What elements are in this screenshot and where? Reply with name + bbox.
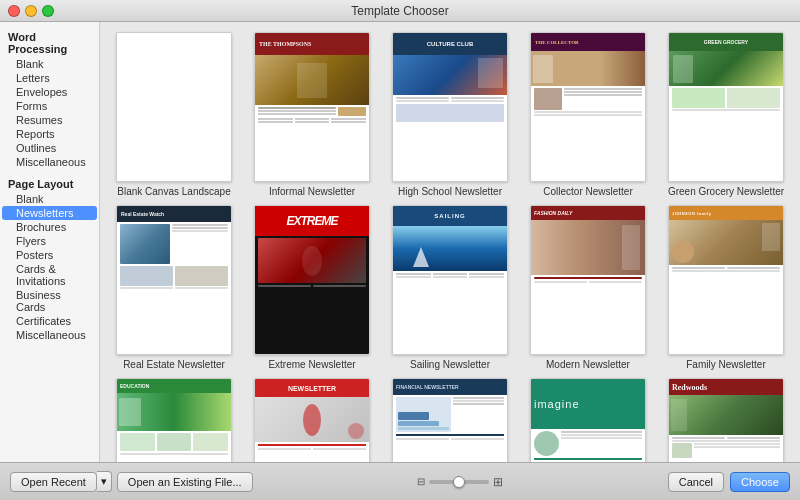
template-item-grocery[interactable]: GREEN GROCERY [660, 32, 792, 197]
bottom-left-buttons: Open Recent ▾ Open an Existing File... [10, 471, 253, 492]
template-thumb-family[interactable]: JOHNSON family [668, 205, 784, 355]
sidebar-item-business-cards[interactable]: Business Cards [2, 288, 97, 314]
template-thumb-blank[interactable] [116, 32, 232, 182]
close-button[interactable] [8, 5, 20, 17]
choose-button[interactable]: Choose [730, 472, 790, 492]
template-thumb-club[interactable]: NEWSLETTER [254, 378, 370, 462]
sidebar-item-brochures[interactable]: Brochures [2, 220, 97, 234]
slider-thumb[interactable] [453, 476, 465, 488]
template-thumb-sailing[interactable]: SAILING [392, 205, 508, 355]
template-label-sailing: Sailing Newsletter [410, 359, 490, 370]
sidebar-item-outlines[interactable]: Outlines [2, 141, 97, 155]
template-label-grocery: Green Grocery Newsletter [668, 186, 784, 197]
sidebar-item-cards[interactable]: Cards & Invitations [2, 262, 97, 288]
title-bar: Template Chooser [0, 0, 800, 22]
template-item-realestate[interactable]: Real Estate Watch [108, 205, 240, 370]
sidebar-item-newsletters[interactable]: Newsletters [2, 206, 97, 220]
size-slider[interactable] [429, 480, 489, 484]
template-label-blank: Blank Canvas Landscape [117, 186, 230, 197]
sidebar-item-flyers[interactable]: Flyers [2, 234, 97, 248]
template-item-sailing[interactable]: SAILING Sai [384, 205, 516, 370]
zoom-slider: ⊟ ⊞ [417, 475, 503, 489]
template-item-design[interactable]: imagine [522, 378, 654, 462]
window-title: Template Chooser [351, 4, 448, 18]
template-item-informal[interactable]: THE THOMPSONS [246, 32, 378, 197]
sidebar-item-reports[interactable]: Reports [2, 127, 97, 141]
template-item-nonprofit[interactable]: Redwoods [660, 378, 792, 462]
sidebar-section-page-layout: Page Layout [0, 175, 99, 192]
template-item-collector[interactable]: THE COLLECTOR [522, 32, 654, 197]
maximize-button[interactable] [42, 5, 54, 17]
template-label-family: Family Newsletter [686, 359, 765, 370]
template-label-collector: Collector Newsletter [543, 186, 632, 197]
cancel-button[interactable]: Cancel [668, 472, 724, 492]
template-item-family[interactable]: JOHNSON family [660, 205, 792, 370]
sidebar-item-blank-pl[interactable]: Blank [2, 192, 97, 206]
template-thumb-realestate[interactable]: Real Estate Watch [116, 205, 232, 355]
window-controls[interactable] [8, 5, 54, 17]
template-item-modern[interactable]: FASHION DAILY [522, 205, 654, 370]
minimize-button[interactable] [25, 5, 37, 17]
sidebar-item-letters[interactable]: Letters [2, 71, 97, 85]
sidebar-item-resumes[interactable]: Resumes [2, 113, 97, 127]
sidebar-item-envelopes[interactable]: Envelopes [2, 85, 97, 99]
template-item-education[interactable]: EDUCATION [108, 378, 240, 462]
template-item-highschool[interactable]: CULTURE CLUB [384, 32, 516, 197]
sidebar-item-misc-wp[interactable]: Miscellaneous [2, 155, 97, 169]
template-thumb-grocery[interactable]: GREEN GROCERY [668, 32, 784, 182]
sidebar-item-misc-pl[interactable]: Miscellaneous [2, 328, 97, 342]
template-thumb-financial[interactable]: FINANCIAL NEWSLETTER [392, 378, 508, 462]
template-item-extreme[interactable]: EXTREME Extreme Newsle [246, 205, 378, 370]
bottom-bar: Open Recent ▾ Open an Existing File... ⊟… [0, 462, 800, 500]
open-recent-dropdown[interactable]: ▾ [97, 471, 112, 492]
open-existing-button[interactable]: Open an Existing File... [117, 472, 253, 492]
template-item-financial[interactable]: FINANCIAL NEWSLETTER [384, 378, 516, 462]
sidebar-item-blank-wp[interactable]: Blank [2, 57, 97, 71]
template-thumb-design[interactable]: imagine [530, 378, 646, 462]
template-thumb-informal[interactable]: THE THOMPSONS [254, 32, 370, 182]
template-thumb-extreme[interactable]: EXTREME [254, 205, 370, 355]
template-thumb-education[interactable]: EDUCATION [116, 378, 232, 462]
template-thumb-collector[interactable]: THE COLLECTOR [530, 32, 646, 182]
sidebar-item-certificates[interactable]: Certificates [2, 314, 97, 328]
template-thumb-nonprofit[interactable]: Redwoods [668, 378, 784, 462]
template-grid: Blank Canvas Landscape THE THOMPSONS [108, 32, 792, 462]
template-label-informal: Informal Newsletter [269, 186, 355, 197]
sidebar-item-forms[interactable]: Forms [2, 99, 97, 113]
template-label-realestate: Real Estate Newsletter [123, 359, 225, 370]
sidebar-section-word-processing: Word Processing [0, 28, 99, 57]
zoom-small-icon: ⊟ [417, 476, 425, 487]
content-area: Blank Canvas Landscape THE THOMPSONS [100, 22, 800, 462]
template-item-club[interactable]: NEWSLETTER [246, 378, 378, 462]
template-thumb-highschool[interactable]: CULTURE CLUB [392, 32, 508, 182]
template-label-extreme: Extreme Newsletter [268, 359, 355, 370]
open-recent-button[interactable]: Open Recent [10, 472, 97, 492]
main-container: Word Processing Blank Letters Envelopes … [0, 22, 800, 462]
template-label-highschool: High School Newsletter [398, 186, 502, 197]
bottom-right-buttons: Cancel Choose [668, 472, 790, 492]
sidebar-item-posters[interactable]: Posters [2, 248, 97, 262]
sidebar: Word Processing Blank Letters Envelopes … [0, 22, 100, 462]
template-thumb-modern[interactable]: FASHION DAILY [530, 205, 646, 355]
zoom-large-icon: ⊞ [493, 475, 503, 489]
template-label-modern: Modern Newsletter [546, 359, 630, 370]
template-item-blank[interactable]: Blank Canvas Landscape [108, 32, 240, 197]
